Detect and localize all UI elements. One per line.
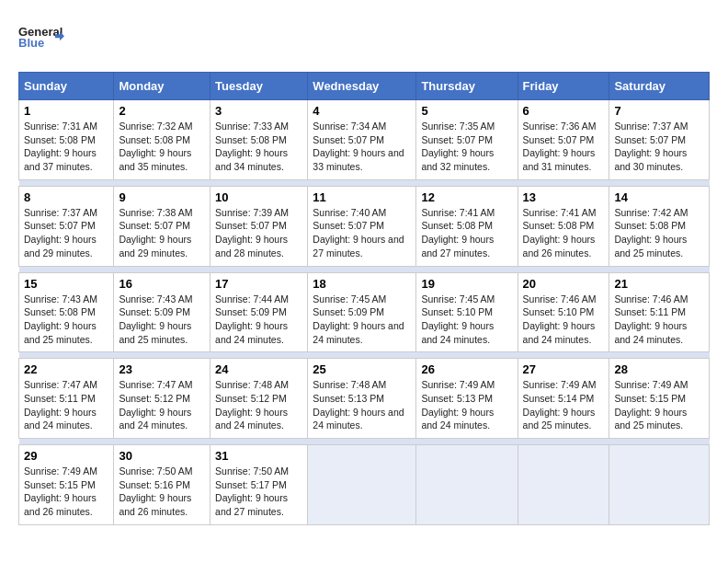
week-row-4: 22Sunrise: 7:47 AMSunset: 5:11 PMDayligh… [19,359,710,439]
day-info: Sunrise: 7:49 AMSunset: 5:15 PMDaylight:… [614,378,704,432]
calendar-cell: 11Sunrise: 7:40 AMSunset: 5:07 PMDayligh… [308,186,416,266]
day-info: Sunrise: 7:41 AMSunset: 5:08 PMDaylight:… [421,206,512,260]
calendar-cell: 10Sunrise: 7:39 AMSunset: 5:07 PMDayligh… [210,186,308,266]
day-number: 7 [614,104,704,118]
day-number: 12 [421,190,512,204]
day-number: 18 [313,277,411,291]
day-number: 3 [215,104,302,118]
day-info: Sunrise: 7:33 AMSunset: 5:08 PMDaylight:… [215,120,302,174]
day-number: 4 [313,104,411,118]
day-number: 26 [421,362,512,376]
header-row: SundayMondayTuesdayWednesdayThursdayFrid… [19,73,710,100]
calendar-cell: 15Sunrise: 7:43 AMSunset: 5:08 PMDayligh… [19,272,114,352]
day-number: 21 [614,277,704,291]
logo: General Blue [18,18,64,57]
week-row-5: 29Sunrise: 7:49 AMSunset: 5:15 PMDayligh… [19,445,710,525]
col-header-thursday: Thursday [416,73,518,100]
day-number: 29 [24,449,108,463]
day-number: 30 [119,449,205,463]
week-row-2: 8Sunrise: 7:37 AMSunset: 5:07 PMDaylight… [19,186,710,266]
col-header-sunday: Sunday [19,73,114,100]
day-info: Sunrise: 7:42 AMSunset: 5:08 PMDaylight:… [614,206,704,260]
calendar-cell [518,445,609,525]
day-info: Sunrise: 7:49 AMSunset: 5:13 PMDaylight:… [421,378,512,432]
day-number: 22 [24,362,108,376]
day-info: Sunrise: 7:31 AMSunset: 5:08 PMDaylight:… [24,120,108,174]
calendar-cell: 12Sunrise: 7:41 AMSunset: 5:08 PMDayligh… [416,186,518,266]
day-info: Sunrise: 7:49 AMSunset: 5:15 PMDaylight:… [24,465,108,519]
day-number: 17 [215,277,302,291]
day-info: Sunrise: 7:40 AMSunset: 5:07 PMDaylight:… [313,206,411,260]
calendar-cell [416,445,518,525]
col-header-friday: Friday [518,73,609,100]
day-number: 8 [24,190,108,204]
day-info: Sunrise: 7:32 AMSunset: 5:08 PMDaylight:… [119,120,205,174]
day-number: 23 [119,362,205,376]
calendar-cell: 29Sunrise: 7:49 AMSunset: 5:15 PMDayligh… [19,445,114,525]
week-row-3: 15Sunrise: 7:43 AMSunset: 5:08 PMDayligh… [19,272,710,352]
day-info: Sunrise: 7:43 AMSunset: 5:08 PMDaylight:… [24,293,108,347]
col-header-saturday: Saturday [609,73,710,100]
day-info: Sunrise: 7:37 AMSunset: 5:07 PMDaylight:… [24,206,108,260]
day-info: Sunrise: 7:49 AMSunset: 5:14 PMDaylight:… [523,378,605,432]
week-separator [19,266,710,272]
calendar-cell: 17Sunrise: 7:44 AMSunset: 5:09 PMDayligh… [210,272,308,352]
day-number: 16 [119,277,205,291]
day-info: Sunrise: 7:46 AMSunset: 5:11 PMDaylight:… [614,293,704,347]
calendar-cell: 19Sunrise: 7:45 AMSunset: 5:10 PMDayligh… [416,272,518,352]
day-info: Sunrise: 7:47 AMSunset: 5:11 PMDaylight:… [24,378,108,432]
calendar-cell: 22Sunrise: 7:47 AMSunset: 5:11 PMDayligh… [19,359,114,439]
week-separator [19,439,710,445]
day-number: 13 [523,190,605,204]
calendar-cell: 28Sunrise: 7:49 AMSunset: 5:15 PMDayligh… [609,359,710,439]
day-info: Sunrise: 7:44 AMSunset: 5:09 PMDaylight:… [215,293,302,347]
calendar-cell [308,445,416,525]
day-info: Sunrise: 7:41 AMSunset: 5:08 PMDaylight:… [523,206,605,260]
svg-text:Blue: Blue [18,36,44,50]
calendar-cell: 6Sunrise: 7:36 AMSunset: 5:07 PMDaylight… [518,100,609,180]
week-row-1: 1Sunrise: 7:31 AMSunset: 5:08 PMDaylight… [19,100,710,180]
day-info: Sunrise: 7:50 AMSunset: 5:16 PMDaylight:… [119,465,205,519]
calendar-cell: 1Sunrise: 7:31 AMSunset: 5:08 PMDaylight… [19,100,114,180]
calendar-cell: 21Sunrise: 7:46 AMSunset: 5:11 PMDayligh… [609,272,710,352]
week-separator [19,179,710,186]
day-info: Sunrise: 7:38 AMSunset: 5:07 PMDaylight:… [119,206,205,260]
calendar-cell: 5Sunrise: 7:35 AMSunset: 5:07 PMDaylight… [416,100,518,180]
day-number: 2 [119,104,205,118]
day-number: 1 [24,104,108,118]
day-info: Sunrise: 7:37 AMSunset: 5:07 PMDaylight:… [614,120,704,174]
day-number: 5 [421,104,512,118]
week-separator [19,352,710,359]
calendar-cell: 30Sunrise: 7:50 AMSunset: 5:16 PMDayligh… [114,445,210,525]
day-number: 9 [119,190,205,204]
calendar-cell [609,445,710,525]
day-number: 25 [313,362,411,376]
calendar-cell: 31Sunrise: 7:50 AMSunset: 5:17 PMDayligh… [210,445,308,525]
calendar-cell: 14Sunrise: 7:42 AMSunset: 5:08 PMDayligh… [609,186,710,266]
day-info: Sunrise: 7:35 AMSunset: 5:07 PMDaylight:… [421,120,512,174]
day-number: 15 [24,277,108,291]
day-info: Sunrise: 7:47 AMSunset: 5:12 PMDaylight:… [119,378,205,432]
day-number: 6 [523,104,605,118]
logo-svg: General Blue [18,18,64,57]
calendar-cell: 4Sunrise: 7:34 AMSunset: 5:07 PMDaylight… [308,100,416,180]
day-number: 14 [614,190,704,204]
day-info: Sunrise: 7:45 AMSunset: 5:09 PMDaylight:… [313,293,411,347]
day-number: 11 [313,190,411,204]
col-header-wednesday: Wednesday [308,73,416,100]
day-number: 24 [215,362,302,376]
col-header-tuesday: Tuesday [210,73,308,100]
calendar-cell: 13Sunrise: 7:41 AMSunset: 5:08 PMDayligh… [518,186,609,266]
day-number: 31 [215,449,302,463]
day-info: Sunrise: 7:36 AMSunset: 5:07 PMDaylight:… [523,120,605,174]
day-info: Sunrise: 7:45 AMSunset: 5:10 PMDaylight:… [421,293,512,347]
day-number: 20 [523,277,605,291]
calendar-cell: 24Sunrise: 7:48 AMSunset: 5:12 PMDayligh… [210,359,308,439]
day-number: 28 [614,362,704,376]
day-number: 19 [421,277,512,291]
day-number: 10 [215,190,302,204]
calendar-cell: 2Sunrise: 7:32 AMSunset: 5:08 PMDaylight… [114,100,210,180]
calendar-cell: 27Sunrise: 7:49 AMSunset: 5:14 PMDayligh… [518,359,609,439]
day-info: Sunrise: 7:48 AMSunset: 5:12 PMDaylight:… [215,378,302,432]
col-header-monday: Monday [114,73,210,100]
